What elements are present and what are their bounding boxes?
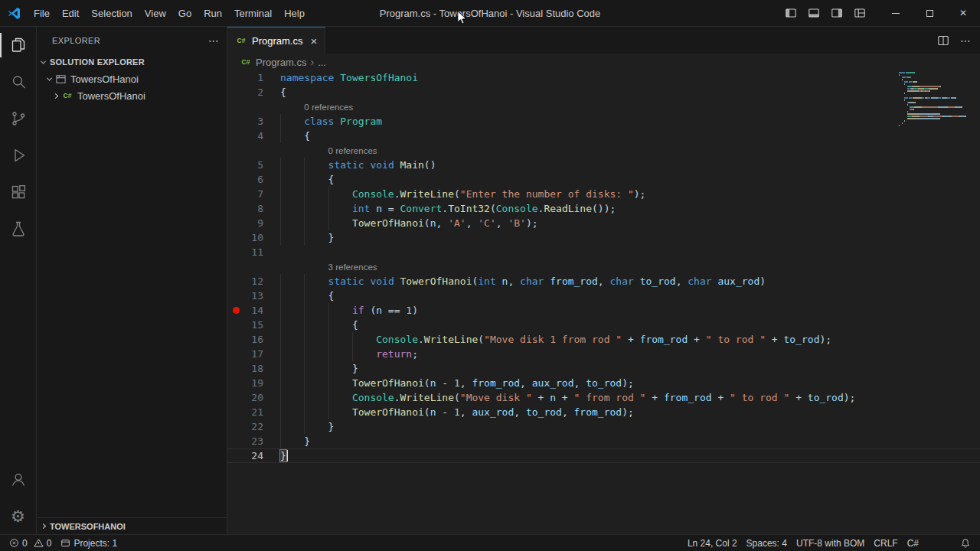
codelens-references[interactable]: 0 references [328, 146, 377, 155]
code-line[interactable]: 16Console.WriteLine("Move disk 1 from ro… [227, 332, 980, 347]
encoding-setting[interactable]: UTF-8 with BOM [792, 535, 869, 551]
breakpoint-margin[interactable] [227, 245, 244, 259]
line-number[interactable]: 19 [244, 376, 263, 390]
vscode-logo-icon[interactable] [0, 7, 28, 20]
line-number[interactable]: 6 [244, 172, 263, 187]
breakpoint-margin[interactable] [227, 347, 244, 361]
line-number[interactable]: 24 [244, 448, 263, 463]
code-line[interactable]: 24} [227, 448, 980, 463]
breakpoint-margin[interactable] [227, 434, 244, 448]
code-line[interactable]: 18} [227, 361, 980, 376]
close-button[interactable]: ✕ [946, 0, 980, 27]
line-number[interactable]: 23 [244, 434, 263, 448]
code-line[interactable]: 6{ [227, 172, 980, 187]
code-line[interactable]: 21TowerOfHanoi(n - 1, aux_rod, to_rod, f… [227, 405, 980, 419]
tree-item-project[interactable]: C# TowersOfHanoi [37, 87, 227, 104]
language-mode[interactable]: C# [903, 535, 923, 551]
menu-help[interactable]: Help [278, 0, 311, 26]
code-line[interactable]: 15{ [227, 318, 980, 332]
breakpoint-margin[interactable] [227, 187, 244, 201]
line-number[interactable]: 20 [244, 390, 263, 405]
sidebar-item-testing[interactable] [0, 210, 36, 247]
section-towersofhanoi[interactable]: TOWERSOFHANOI [37, 517, 227, 534]
sidebar-item-run-debug[interactable] [0, 137, 36, 174]
code-line[interactable]: 5static void Main() [227, 158, 980, 172]
code-line[interactable]: 8int n = Convert.ToInt32(Console.ReadLin… [227, 201, 980, 216]
minimize-button[interactable] [879, 0, 913, 27]
notifications-button[interactable] [956, 535, 975, 551]
customize-layout-icon[interactable] [851, 5, 868, 21]
code-line[interactable]: 12static void TowerOfHanoi(int n, char f… [227, 274, 980, 289]
line-number[interactable]: 2 [244, 85, 263, 99]
line-number[interactable]: 11 [244, 245, 263, 259]
line-number[interactable] [244, 259, 263, 274]
menu-go[interactable]: Go [172, 0, 198, 26]
code-line[interactable]: 13{ [227, 289, 980, 303]
code-line[interactable]: 3class Program [227, 114, 980, 129]
problems-indicator[interactable]: 0 0 [5, 535, 56, 551]
code-line[interactable]: 20Console.WriteLine("Move disk " + n + "… [227, 390, 980, 405]
account-button[interactable] [0, 461, 36, 497]
codelens-references[interactable]: 0 references [304, 103, 353, 112]
minimap[interactable] [899, 72, 969, 127]
line-number[interactable]: 16 [244, 332, 263, 347]
settings-button[interactable]: ⚙ [0, 497, 36, 534]
line-number[interactable]: 5 [244, 158, 263, 172]
maximize-button[interactable] [913, 0, 946, 27]
breakpoint-margin[interactable] [227, 114, 244, 129]
code-line[interactable]: 22} [227, 419, 980, 434]
eol-setting[interactable]: CRLF [869, 535, 902, 551]
breakpoint-margin[interactable] [227, 332, 244, 347]
indentation-setting[interactable]: Spaces: 4 [742, 535, 792, 551]
breadcrumb-symbol[interactable]: ... [318, 57, 326, 68]
line-number[interactable] [244, 143, 263, 158]
toggle-secondary-sidebar-icon[interactable] [828, 5, 845, 21]
tab-program-cs[interactable]: C# Program.cs × [227, 27, 325, 54]
line-number[interactable]: 17 [244, 347, 263, 361]
split-editor-icon[interactable] [937, 34, 949, 47]
line-number[interactable]: 22 [244, 419, 263, 434]
menu-file[interactable]: File [28, 0, 56, 26]
more-actions-icon[interactable]: ⋯ [208, 35, 219, 46]
breakpoint-margin[interactable] [227, 129, 244, 143]
line-number[interactable]: 1 [244, 70, 263, 85]
breakpoint-dot[interactable] [233, 307, 240, 314]
line-number[interactable]: 21 [244, 405, 263, 419]
line-number[interactable]: 9 [244, 216, 263, 230]
code-line[interactable]: 11 [227, 245, 980, 259]
sidebar-item-extensions[interactable] [0, 174, 36, 210]
breakpoint-margin[interactable] [227, 158, 244, 172]
code-line[interactable]: 2{ [227, 85, 980, 99]
breakpoint-margin[interactable] [227, 361, 244, 376]
tab-close-icon[interactable]: × [310, 35, 317, 47]
breakpoint-margin[interactable] [227, 172, 244, 187]
toggle-primary-sidebar-icon[interactable] [782, 5, 799, 21]
breakpoint-margin[interactable] [227, 303, 244, 318]
breadcrumb-file[interactable]: Program.cs [256, 57, 306, 68]
code-line[interactable]: 1namespace TowersOfHanoi [227, 70, 980, 85]
code-line[interactable]: 19TowerOfHanoi(n - 1, from_rod, aux_rod,… [227, 376, 980, 390]
breakpoint-margin[interactable] [227, 318, 244, 332]
breakpoint-margin[interactable] [227, 216, 244, 230]
breakpoint-margin[interactable] [227, 70, 244, 85]
breakpoint-margin[interactable] [227, 274, 244, 289]
menu-run[interactable]: Run [198, 0, 228, 26]
sidebar-item-search[interactable] [0, 64, 36, 100]
line-number[interactable]: 14 [244, 303, 263, 318]
code-line[interactable]: 9TowerOfHanoi(n, 'A', 'C', 'B'); [227, 216, 980, 230]
sidebar-item-source-control[interactable] [0, 100, 36, 137]
breakpoint-margin[interactable] [227, 259, 244, 274]
breakpoint-margin[interactable] [227, 99, 244, 114]
code-line[interactable]: 7Console.WriteLine("Enter the number of … [227, 187, 980, 201]
line-number[interactable]: 8 [244, 201, 263, 216]
breakpoint-margin[interactable] [227, 448, 244, 463]
projects-status[interactable]: Projects: 1 [56, 535, 122, 551]
code-editor[interactable]: 1namespace TowersOfHanoi2{0 references3c… [227, 70, 980, 534]
breakpoint-margin[interactable] [227, 289, 244, 303]
code-line[interactable]: 17return; [227, 347, 980, 361]
line-number[interactable]: 18 [244, 361, 263, 376]
tree-item-solution[interactable]: TowersOfHanoi [37, 70, 227, 87]
sidebar-item-explorer[interactable] [0, 27, 36, 64]
breakpoint-margin[interactable] [227, 390, 244, 405]
line-number[interactable]: 13 [244, 289, 263, 303]
